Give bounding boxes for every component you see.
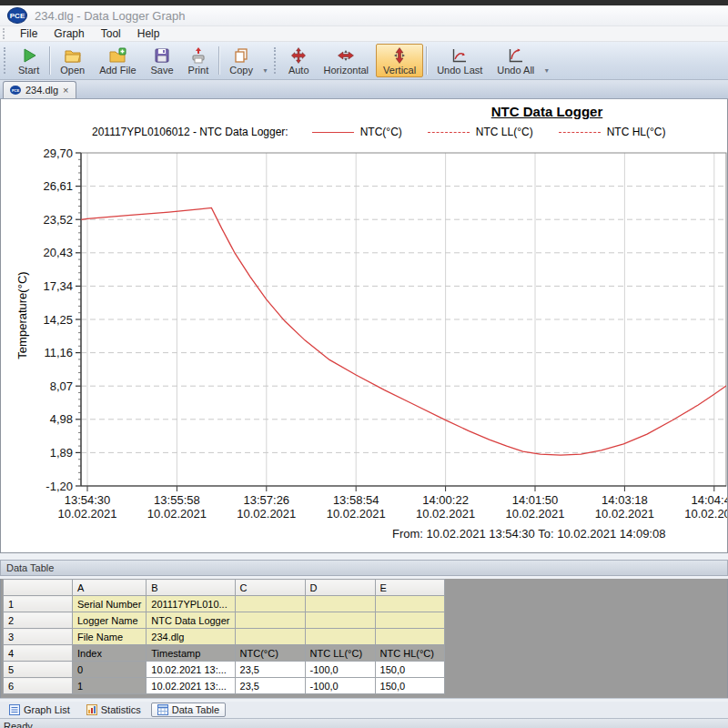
- table-cell[interactable]: Timestamp: [147, 645, 235, 662]
- toolbar-grip-handle[interactable]: [274, 47, 279, 74]
- pce-logo-icon: PCE: [7, 7, 27, 24]
- plot-svg[interactable]: 13:54:3010.02.202113:55:5810.02.202113:5…: [1, 99, 727, 551]
- print-button[interactable]: Print: [181, 44, 217, 77]
- data-table-panel-header[interactable]: Data Table: [0, 560, 728, 576]
- panel-splitter[interactable]: [0, 553, 728, 560]
- table-cell[interactable]: 150,0: [375, 678, 444, 694]
- button-label: Horizontal: [324, 65, 369, 76]
- table-cell[interactable]: NTC(°C): [235, 645, 305, 662]
- legend-line-dashed: [559, 132, 601, 133]
- open-button[interactable]: Open: [53, 44, 92, 77]
- table-row-number[interactable]: 6: [4, 678, 73, 694]
- table-column-header[interactable]: C: [235, 580, 305, 596]
- button-label: Undo All: [497, 65, 534, 76]
- status-text: Ready: [4, 721, 33, 728]
- table-cell[interactable]: -100,0: [305, 678, 375, 694]
- document-tab[interactable]: PCE 234.dlg ×: [3, 81, 76, 98]
- table-cell[interactable]: 234.dlg: [147, 629, 235, 645]
- menu-grip-handle[interactable]: [3, 28, 7, 39]
- y-tick-label: -1,20: [46, 480, 73, 493]
- button-label: Save: [151, 65, 174, 76]
- table-cell[interactable]: [305, 629, 375, 645]
- table-cell[interactable]: 150,0: [375, 662, 444, 678]
- table-corner-cell[interactable]: [4, 580, 73, 596]
- table-cell[interactable]: 1: [73, 678, 147, 694]
- pce-tab-icon: PCE: [10, 86, 21, 95]
- table-column-header[interactable]: E: [375, 580, 444, 596]
- toolbar-overflow-button[interactable]: ▾: [260, 44, 270, 77]
- x-tick-date: 10.02.2021: [595, 507, 654, 521]
- table-cell[interactable]: 10.02.2021 13:...: [147, 662, 235, 678]
- table-cell[interactable]: [235, 612, 305, 629]
- add-file-icon: [108, 46, 126, 65]
- start-button[interactable]: Start: [11, 44, 46, 77]
- table-cell[interactable]: 23,5: [235, 678, 305, 694]
- toolbar-overflow-button[interactable]: ▾: [541, 44, 551, 77]
- menu-tool[interactable]: Tool: [93, 27, 129, 40]
- table-column-header[interactable]: B: [147, 580, 235, 596]
- menu-file[interactable]: File: [12, 27, 46, 40]
- tab-graph-list[interactable]: Graph List: [3, 703, 76, 717]
- document-tab-label: 234.dlg: [25, 85, 58, 96]
- chart-legend: 201117YPL0106012 - NTC Data Logger: NTC(…: [92, 126, 691, 138]
- legend-label: NTC HL(°C): [607, 126, 666, 138]
- table-cell[interactable]: [305, 612, 375, 629]
- legend-item-ntc: NTC(°C): [312, 126, 402, 138]
- add-file-button[interactable]: Add File: [92, 44, 143, 77]
- x-tick-time: 13:54:30: [65, 493, 111, 507]
- table-cell[interactable]: [235, 596, 305, 612]
- table-row-number[interactable]: 2: [4, 612, 73, 629]
- copy-icon: [232, 46, 250, 65]
- table-row-number[interactable]: 5: [4, 662, 73, 678]
- table-row-number[interactable]: 1: [4, 596, 73, 612]
- y-axis-title: Temperature(°C): [15, 261, 29, 370]
- menu-help[interactable]: Help: [129, 27, 168, 40]
- table-cell[interactable]: NTC LL(°C): [305, 645, 375, 662]
- save-button[interactable]: Save: [144, 44, 181, 77]
- undo-last-button[interactable]: Undo Last: [430, 44, 490, 77]
- table-cell[interactable]: NTC Data Logger: [147, 612, 235, 629]
- table-row-number[interactable]: 3: [4, 629, 73, 645]
- undo-all-button[interactable]: Undo All: [490, 44, 541, 77]
- data-table-icon: [157, 704, 168, 715]
- table-row: 2Logger NameNTC Data Logger: [4, 612, 445, 629]
- tab-statistics[interactable]: Statistics: [80, 703, 147, 717]
- x-tick-time: 13:55:58: [154, 493, 200, 507]
- table-row-number[interactable]: 4: [4, 645, 73, 662]
- table-cell[interactable]: 23,5: [235, 662, 305, 678]
- table-cell[interactable]: 201117YPL010...: [147, 596, 235, 612]
- table-column-header[interactable]: D: [305, 580, 375, 596]
- table-cell[interactable]: 0: [73, 662, 147, 678]
- table-column-header[interactable]: A: [73, 580, 147, 596]
- toolbar-grip-handle[interactable]: [4, 47, 9, 74]
- legend-label: NTC(°C): [360, 126, 402, 138]
- copy-button[interactable]: Copy: [222, 44, 260, 77]
- table-cell[interactable]: [305, 596, 375, 612]
- table-cell[interactable]: [375, 596, 444, 612]
- table-cell[interactable]: NTC HL(°C): [375, 645, 444, 662]
- chart-title: NTC Data Logger: [474, 104, 620, 119]
- menu-graph[interactable]: Graph: [46, 27, 92, 40]
- tab-close-icon[interactable]: ×: [63, 86, 68, 95]
- tab-data-table[interactable]: Data Table: [151, 703, 226, 717]
- table-cell[interactable]: Index: [73, 645, 147, 662]
- y-tick-label: 20,43: [43, 246, 73, 259]
- table-cell[interactable]: [375, 612, 444, 629]
- x-tick-date: 10.02.2021: [327, 507, 386, 521]
- table-cell[interactable]: Serial Number: [73, 596, 147, 612]
- vertical-zoom-button[interactable]: Vertical: [376, 44, 423, 77]
- toolbar-separator: [218, 46, 219, 75]
- table-cell[interactable]: [235, 629, 305, 645]
- data-table-body: ABCDE1Serial Number201117YPL010...2Logge…: [4, 580, 445, 694]
- horizontal-zoom-button[interactable]: Horizontal: [317, 44, 377, 77]
- table-cell[interactable]: 10.02.2021 13:...: [147, 678, 235, 694]
- auto-arrows-icon: [289, 46, 308, 65]
- toolbar-separator: [49, 46, 50, 75]
- table-cell[interactable]: Logger Name: [73, 612, 147, 629]
- auto-zoom-button[interactable]: Auto: [281, 44, 317, 77]
- window-title: 234.dlg - Data Logger Graph: [35, 9, 186, 23]
- table-cell[interactable]: File Name: [73, 629, 147, 645]
- y-tick-label: 17,34: [43, 279, 73, 293]
- table-cell[interactable]: -100,0: [305, 662, 375, 678]
- table-cell[interactable]: [375, 629, 444, 645]
